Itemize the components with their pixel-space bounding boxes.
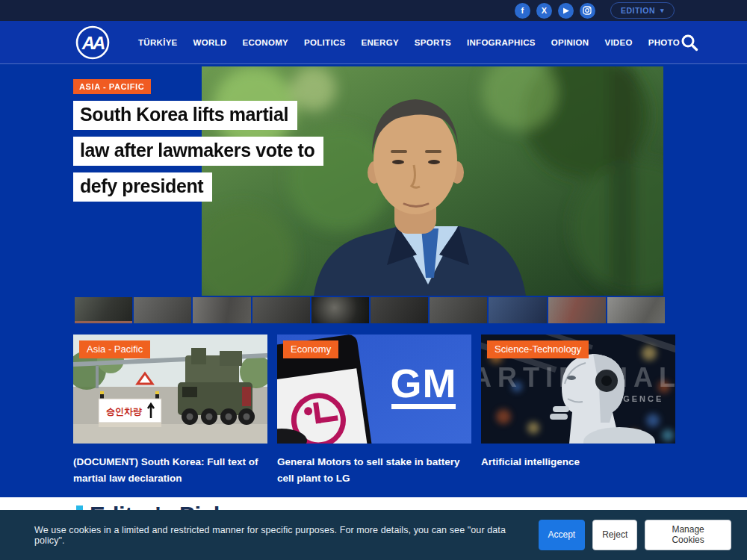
carousel-thumbnail-4[interactable] — [252, 297, 310, 323]
news-card-gm-lg: GM Economy General Motors to sell stake … — [277, 335, 471, 488]
edition-dropdown[interactable]: EDITION ▾ — [610, 2, 675, 19]
carousel-thumbnail-5[interactable] — [311, 297, 369, 323]
hero-section: ASIA - PACIFIC South Korea lifts martial… — [0, 66, 747, 296]
nav-item-sports[interactable]: SPORTS — [415, 38, 451, 47]
card-category-badge[interactable]: Economy — [283, 340, 338, 358]
card-image-ai-robot[interactable]: ARTIFICIAL INTELLIGENCE Science-Technolo… — [481, 335, 675, 444]
carousel-thumbnail-1[interactable] — [75, 297, 132, 323]
svg-text:AA: AA — [81, 33, 105, 53]
news-card-ai: ARTIFICIAL INTELLIGENCE Science-Technolo… — [481, 335, 675, 488]
svg-text:GM: GM — [391, 361, 457, 405]
carousel-thumbnail-6[interactable] — [371, 297, 428, 323]
svg-text:승인차량: 승인차량 — [106, 406, 142, 417]
edition-label: EDITION — [621, 6, 655, 15]
accept-cookies-button[interactable]: Accept — [539, 520, 586, 550]
main-navigation: AA TÜRKİYE WORLD ECONOMY POLITICS ENERGY… — [0, 21, 747, 64]
hero-headline-line-1[interactable]: South Korea lifts martial — [73, 101, 323, 130]
hero-headline-line-2[interactable]: law after lawmakers vote to — [73, 137, 323, 166]
carousel-thumbnail-8[interactable] — [489, 297, 546, 323]
instagram-icon[interactable] — [580, 3, 595, 19]
nav-item-energy[interactable]: ENERGY — [361, 38, 398, 47]
search-icon[interactable] — [680, 33, 699, 52]
story-thumbnail-carousel — [75, 297, 665, 323]
nav-item-opinion[interactable]: OPINION — [551, 38, 589, 47]
hero-headline-line-3[interactable]: defy president — [73, 172, 323, 202]
card-category-badge[interactable]: Asia - Pacific — [79, 340, 150, 358]
card-title[interactable]: Artificial intelligence — [481, 454, 675, 470]
hero-category-badge[interactable]: ASIA - PACIFIC — [73, 79, 151, 94]
card-title[interactable]: General Motors to sell stake in battery … — [277, 454, 471, 488]
manage-cookies-button[interactable]: Manage Cookies — [645, 520, 731, 550]
card-title[interactable]: (DOCUMENT) South Korea: Full text of mar… — [73, 454, 267, 488]
carousel-thumbnail-7[interactable] — [430, 297, 487, 323]
card-category-badge[interactable]: Science-Technology — [487, 340, 589, 358]
hero-headline-block: ASIA - PACIFIC South Korea lifts martial… — [73, 79, 323, 202]
aa-logo[interactable]: AA — [75, 25, 111, 60]
nav-menu: TÜRKİYE WORLD ECONOMY POLITICS ENERGY SP… — [138, 38, 680, 47]
nav-item-politics[interactable]: POLITICS — [304, 38, 345, 47]
news-card-martial-law: 승인차량 Asia - Pacific (DOCUMENT) South Kor… — [73, 335, 267, 488]
nav-item-turkiye[interactable]: TÜRKİYE — [138, 38, 178, 47]
cookie-consent-bar: We use cookies in a limited and restrict… — [0, 510, 747, 560]
nav-item-economy[interactable]: ECONOMY — [243, 38, 289, 47]
x-twitter-icon[interactable]: X — [536, 3, 552, 19]
nav-item-photo[interactable]: PHOTO — [648, 38, 680, 47]
carousel-thumbnail-9[interactable] — [548, 297, 606, 323]
reject-cookies-button[interactable]: Reject — [592, 520, 637, 550]
news-cards-row: 승인차량 Asia - Pacific (DOCUMENT) South Kor… — [73, 335, 676, 488]
top-bar: f X EDITION ▾ — [0, 0, 747, 21]
carousel-thumbnail-3[interactable] — [193, 297, 250, 323]
card-image-military-convoy[interactable]: 승인차량 Asia - Pacific — [73, 335, 267, 444]
cookie-message: We use cookies in a limited and restrict… — [34, 525, 539, 546]
carousel-thumbnail-2[interactable] — [134, 297, 191, 323]
youtube-icon[interactable] — [558, 3, 574, 19]
nav-item-world[interactable]: WORLD — [193, 38, 227, 47]
nav-item-infographics[interactable]: INFOGRAPHICS — [467, 38, 536, 47]
facebook-icon[interactable]: f — [515, 3, 530, 19]
nav-item-video[interactable]: VIDEO — [604, 38, 632, 47]
carousel-thumbnail-10[interactable] — [607, 297, 665, 323]
card-image-gm-lg[interactable]: GM Economy — [277, 335, 471, 444]
chevron-down-icon: ▾ — [660, 7, 664, 14]
